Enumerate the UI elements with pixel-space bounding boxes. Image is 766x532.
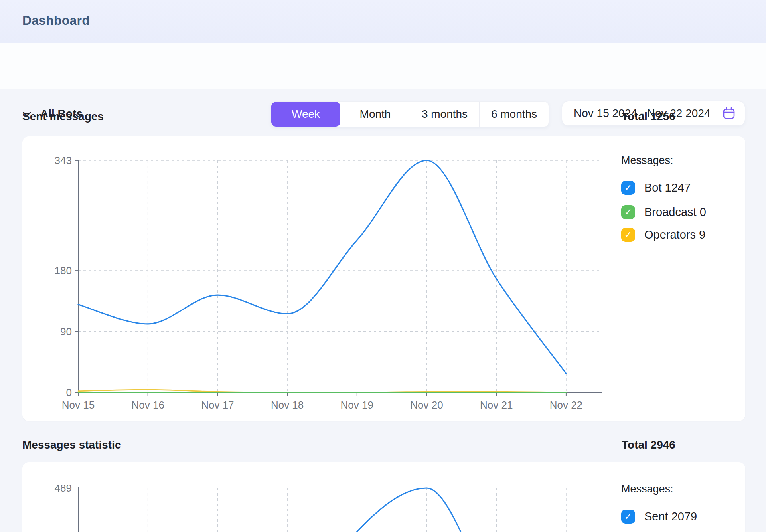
tab-6-months[interactable]: 6 months bbox=[479, 102, 549, 127]
svg-text:Nov 16: Nov 16 bbox=[132, 399, 164, 411]
svg-text:343: 343 bbox=[55, 154, 72, 166]
tab-3-months[interactable]: 3 months bbox=[410, 102, 479, 127]
messages-statistic-card: 489 Messages: ✓ Sent 2079 bbox=[22, 462, 745, 532]
card-divider bbox=[604, 136, 604, 421]
card-divider bbox=[604, 462, 604, 532]
legend-heading: Messages: bbox=[621, 483, 673, 495]
page-title: Dashboard bbox=[22, 13, 90, 28]
legend-label-broadcast: Broadcast 0 bbox=[644, 206, 706, 219]
svg-text:Nov 20: Nov 20 bbox=[410, 399, 443, 411]
section-total-messages-statistic: Total 2946 bbox=[622, 439, 675, 451]
svg-text:Nov 19: Nov 19 bbox=[341, 399, 373, 411]
tab-week[interactable]: Week bbox=[271, 102, 340, 127]
range-tabs: Week Month 3 months 6 months bbox=[271, 101, 549, 127]
svg-text:0: 0 bbox=[66, 386, 72, 398]
tab-month[interactable]: Month bbox=[340, 102, 410, 127]
checkbox-broadcast[interactable]: ✓ bbox=[621, 205, 635, 219]
legend-item-operators: ✓ Operators 9 bbox=[621, 227, 705, 242]
sent-messages-chart: 090180343Nov 15Nov 16Nov 17Nov 18Nov 19N… bbox=[22, 136, 745, 421]
legend-item-bot: ✓ Bot 1247 bbox=[621, 180, 691, 195]
svg-text:Nov 15: Nov 15 bbox=[62, 399, 95, 411]
section-title-sent-messages: Sent messages bbox=[22, 110, 104, 123]
svg-text:489: 489 bbox=[55, 482, 72, 494]
svg-text:90: 90 bbox=[60, 326, 72, 338]
legend-label-bot: Bot 1247 bbox=[644, 181, 691, 194]
legend-item-broadcast: ✓ Broadcast 0 bbox=[621, 205, 706, 219]
checkbox-operators[interactable]: ✓ bbox=[621, 228, 635, 242]
calendar-icon bbox=[722, 107, 736, 120]
legend-item-sent: ✓ Sent 2079 bbox=[621, 509, 697, 524]
page-header: Dashboard bbox=[0, 0, 766, 43]
sent-messages-card: 090180343Nov 15Nov 16Nov 17Nov 18Nov 19N… bbox=[22, 136, 745, 421]
svg-text:Nov 22: Nov 22 bbox=[550, 399, 582, 411]
section-title-messages-statistic: Messages statistic bbox=[22, 439, 121, 451]
checkbox-sent[interactable]: ✓ bbox=[621, 510, 635, 524]
svg-text:Nov 18: Nov 18 bbox=[271, 399, 304, 411]
svg-text:Nov 21: Nov 21 bbox=[480, 399, 513, 411]
legend-label-operators: Operators 9 bbox=[644, 228, 705, 241]
svg-text:180: 180 bbox=[55, 265, 72, 277]
section-total-sent-messages: Total 1256 bbox=[622, 110, 675, 123]
legend-heading: Messages: bbox=[621, 154, 673, 167]
legend-label-sent: Sent 2079 bbox=[644, 510, 697, 523]
filter-bar: All Bots Week Month 3 months 6 months No… bbox=[0, 43, 766, 89]
svg-text:Nov 17: Nov 17 bbox=[201, 399, 234, 411]
checkbox-bot[interactable]: ✓ bbox=[621, 181, 635, 195]
